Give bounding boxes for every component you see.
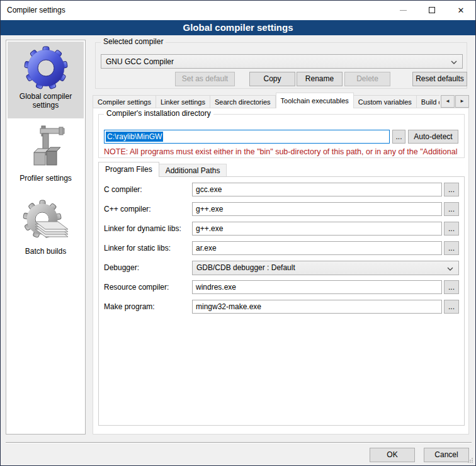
gear-stack-icon xyxy=(21,199,71,246)
selected-compiler-group-label: Selected compiler xyxy=(101,37,166,46)
make-program-label: Make program: xyxy=(104,302,155,311)
debugger-dropdown[interactable]: GDB/CDB debugger : Default xyxy=(192,261,459,275)
installation-directory-value: C:\raylib\MinGW xyxy=(106,132,163,142)
static-linker-input[interactable]: ar.exe xyxy=(192,241,442,255)
tab-toolchain-executables[interactable]: Toolchain executables xyxy=(276,93,354,108)
toolchain-executables-panel: Compiler's installation directory C:\ray… xyxy=(93,108,469,435)
window-controls: ✕ xyxy=(388,1,475,20)
resource-compiler-row: Resource compiler: windres.exe ... xyxy=(99,280,464,295)
minimize-icon xyxy=(400,10,407,11)
tab-scroll-right-button[interactable]: ► xyxy=(455,95,469,108)
gear-blue-icon xyxy=(23,45,69,91)
close-button[interactable]: ✕ xyxy=(446,1,475,20)
compiler-tabs: Compiler settings Linker settings Search… xyxy=(93,93,439,108)
dynamic-linker-label: Linker for dynamic libs: xyxy=(104,224,181,233)
c-compiler-row: C compiler: gcc.exe ... xyxy=(99,183,464,197)
reset-defaults-button[interactable]: Reset defaults xyxy=(412,72,467,86)
selected-compiler-value: GNU GCC Compiler xyxy=(106,57,174,66)
sidebar-item-profiler-settings[interactable]: Profiler settings xyxy=(8,122,84,185)
cpp-compiler-row: C++ compiler: g++.exe ... xyxy=(99,202,464,217)
tab-linker-settings[interactable]: Linker settings xyxy=(156,95,210,108)
window-title: Compiler settings xyxy=(7,6,65,14)
close-icon: ✕ xyxy=(458,6,465,14)
page-title: Global compiler settings xyxy=(1,20,475,35)
tab-compiler-settings[interactable]: Compiler settings xyxy=(93,95,156,108)
bin-subdirectory-note: NOTE: All programs must exist either in … xyxy=(104,147,464,156)
sidebar-item-batch-builds[interactable]: Batch builds xyxy=(8,196,84,262)
debugger-row: Debugger: GDB/CDB debugger : Default xyxy=(99,261,464,275)
tab-build-options[interactable]: Build options xyxy=(417,95,439,108)
compiler-settings-dialog: Compiler settings ✕ Global compiler sett… xyxy=(0,0,476,466)
cancel-button[interactable]: Cancel xyxy=(424,448,469,462)
installation-directory-label: Compiler's installation directory xyxy=(104,109,213,118)
make-program-input[interactable]: mingw32-make.exe xyxy=(192,300,442,314)
browse-make-program-button[interactable]: ... xyxy=(444,300,459,314)
cpp-compiler-label: C++ compiler: xyxy=(104,205,151,213)
subtab-additional-paths[interactable]: Additional Paths xyxy=(159,164,227,177)
chevron-down-icon xyxy=(451,60,457,64)
dynamic-linker-row: Linker for dynamic libs: g++.exe ... xyxy=(99,222,464,236)
c-compiler-input[interactable]: gcc.exe xyxy=(192,183,442,196)
sidebar-item-global-compiler-settings[interactable]: Global compiler settings xyxy=(8,42,84,118)
program-files-panel: C compiler: gcc.exe ... C++ compiler: g+… xyxy=(98,176,465,426)
sidebar-item-label: Profiler settings xyxy=(8,173,84,186)
titlebar: Compiler settings ✕ xyxy=(1,1,475,20)
chevron-down-icon xyxy=(447,267,453,271)
cpp-compiler-input[interactable]: g++.exe xyxy=(192,202,442,216)
caliper-icon xyxy=(25,125,67,173)
static-linker-label: Linker for static libs: xyxy=(104,244,171,253)
selected-compiler-dropdown[interactable]: GNU GCC Compiler xyxy=(101,54,463,69)
maximize-button[interactable] xyxy=(417,1,446,20)
rename-button[interactable]: Rename xyxy=(297,72,343,86)
debugger-value: GDB/CDB debugger : Default xyxy=(196,263,295,272)
static-linker-row: Linker for static libs: ar.exe ... xyxy=(99,241,464,256)
subtab-program-files[interactable]: Program Files xyxy=(98,162,159,177)
tab-custom-variables[interactable]: Custom variables xyxy=(354,95,417,108)
footer-divider xyxy=(6,442,472,443)
make-program-row: Make program: mingw32-make.exe ... xyxy=(99,300,464,314)
sidebar-item-label: Batch builds xyxy=(8,246,84,259)
tab-scroll-left-button[interactable]: ◄ xyxy=(441,95,455,108)
settings-sidebar: Global compiler settings Profiler settin… xyxy=(6,40,86,435)
c-compiler-label: C compiler: xyxy=(104,185,142,194)
browse-resource-compiler-button[interactable]: ... xyxy=(444,280,459,294)
browse-cpp-compiler-button[interactable]: ... xyxy=(444,202,459,216)
auto-detect-button[interactable]: Auto-detect xyxy=(408,130,458,144)
ok-button[interactable]: OK xyxy=(370,448,415,462)
paths-subtabs: Program Files Additional Paths xyxy=(98,162,227,177)
browse-dynamic-linker-button[interactable]: ... xyxy=(444,222,459,236)
installation-directory-group: Compiler's installation directory C:\ray… xyxy=(98,114,465,158)
installation-directory-input[interactable]: C:\raylib\MinGW xyxy=(104,130,390,144)
set-as-default-button[interactable]: Set as default xyxy=(175,72,235,86)
resource-compiler-label: Resource compiler: xyxy=(104,283,169,292)
tab-search-directories[interactable]: Search directories xyxy=(210,95,276,108)
browse-install-dir-button[interactable]: ... xyxy=(392,130,405,144)
resize-grip[interactable] xyxy=(467,457,473,463)
browse-static-linker-button[interactable]: ... xyxy=(444,241,459,255)
sidebar-item-label: Global compiler settings xyxy=(8,91,84,113)
delete-button[interactable]: Delete xyxy=(344,72,390,86)
copy-button[interactable]: Copy xyxy=(249,72,295,86)
maximize-icon xyxy=(429,7,435,13)
minimize-button[interactable] xyxy=(388,1,417,20)
debugger-label: Debugger: xyxy=(104,263,139,272)
dynamic-linker-input[interactable]: g++.exe xyxy=(192,222,442,236)
resource-compiler-input[interactable]: windres.exe xyxy=(192,280,442,294)
browse-c-compiler-button[interactable]: ... xyxy=(444,183,459,196)
